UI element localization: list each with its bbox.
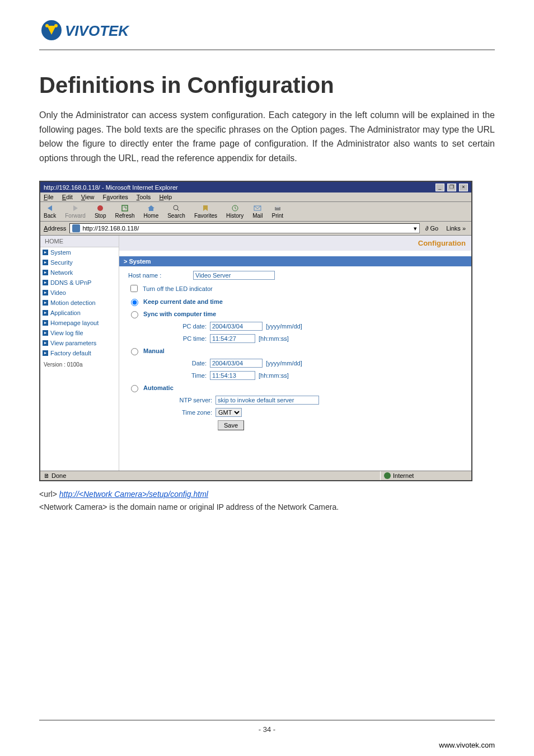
pc-time-hint: [hh:mm:ss] xyxy=(259,335,289,342)
sidebar-item-ddns[interactable]: ▸DDNS & UPnP xyxy=(40,278,119,288)
pc-date-hint: [yyyy/mm/dd] xyxy=(266,323,302,330)
maximize-icon[interactable]: ❐ xyxy=(447,184,456,191)
host-label: Host name : xyxy=(128,272,190,279)
led-checkbox[interactable] xyxy=(130,285,138,292)
arrow-icon: ▸ xyxy=(43,310,48,316)
radio-sync[interactable] xyxy=(131,311,138,318)
radio-manual[interactable] xyxy=(131,348,138,355)
header-divider xyxy=(39,49,495,50)
config-url-link[interactable]: http://<Network Camera>/setup/config.htm… xyxy=(59,490,208,499)
sidebar-item-homepage[interactable]: ▸Homepage layout xyxy=(40,318,119,328)
m-date-hint: [yyyy/mm/dd] xyxy=(266,360,302,367)
sidebar: HOME ▸System ▸Security ▸Network ▸DDNS & … xyxy=(40,236,119,471)
tz-select[interactable]: GMT xyxy=(216,408,242,417)
tb-back[interactable]: Back xyxy=(44,204,56,219)
tb-mail[interactable]: Mail xyxy=(252,204,263,219)
m-time-input[interactable] xyxy=(210,371,255,380)
menu-bar: File Edit View Favorites Tools Help xyxy=(40,192,471,202)
menu-tools[interactable]: Tools xyxy=(137,194,151,200)
m-date-label: Date: xyxy=(173,360,207,367)
ntp-input[interactable] xyxy=(216,396,319,405)
sidebar-item-network[interactable]: ▸Network xyxy=(40,267,119,278)
address-value: http://192.168.0.118/ xyxy=(82,225,139,232)
pc-date-input[interactable] xyxy=(210,322,263,331)
globe-icon xyxy=(384,472,391,479)
tz-label: Time zone: xyxy=(173,409,212,416)
config-banner: Configuration xyxy=(119,236,471,251)
tb-stop[interactable]: Stop xyxy=(95,204,106,219)
radio-auto[interactable] xyxy=(131,385,138,392)
sidebar-version: Version : 0100a xyxy=(40,358,119,371)
page-heading: Definitions in Configuration xyxy=(39,73,495,98)
m-time-label: Time: xyxy=(173,372,207,379)
save-button[interactable]: Save xyxy=(218,420,244,430)
sidebar-item-video[interactable]: ▸Video xyxy=(40,288,119,298)
sidebar-item-motion[interactable]: ▸Motion detection xyxy=(40,298,119,308)
svg-point-2 xyxy=(54,24,58,27)
status-done-icon: 🗎 xyxy=(44,472,50,479)
radio-keep[interactable] xyxy=(131,299,138,306)
toolbar: Back Forward Stop Refresh Home Search Fa… xyxy=(40,202,471,222)
intro-paragraph: Only the Administrator can access system… xyxy=(39,108,495,165)
menu-help[interactable]: Help xyxy=(159,194,172,200)
sidebar-item-security[interactable]: ▸Security xyxy=(40,257,119,267)
address-input[interactable]: http://192.168.0.118/ ▾ xyxy=(69,223,420,233)
page-footer: - 34 - xyxy=(39,720,495,734)
menu-favorites[interactable]: Favorites xyxy=(103,194,128,200)
m-time-hint: [hh:mm:ss] xyxy=(259,372,289,379)
sidebar-item-viewlog[interactable]: ▸View log file xyxy=(40,328,119,338)
svg-point-6 xyxy=(174,205,178,210)
dropdown-icon[interactable]: ▾ xyxy=(414,225,417,232)
tb-favorites[interactable]: Favorites xyxy=(194,204,217,219)
arrow-icon: ▸ xyxy=(43,300,48,306)
arrow-icon: ▸ xyxy=(43,270,48,275)
address-label: Address xyxy=(44,225,66,232)
arrow-icon: ▸ xyxy=(43,250,48,255)
tb-print[interactable]: Print xyxy=(271,204,283,219)
tb-history[interactable]: History xyxy=(226,204,243,219)
pc-time-input[interactable] xyxy=(210,334,255,343)
status-bar: 🗎 Done Internet xyxy=(40,471,471,480)
led-label: Turn off the LED indicator xyxy=(143,285,213,292)
close-icon[interactable]: × xyxy=(459,184,468,191)
go-button[interactable]: ∂ Go xyxy=(423,224,441,232)
tb-search[interactable]: Search xyxy=(167,204,185,219)
sidebar-item-application[interactable]: ▸Application xyxy=(40,308,119,318)
tb-forward: Forward xyxy=(65,204,86,219)
radio-sync-label: Sync with computer time xyxy=(143,311,216,317)
window-title: http://192.168.0.118/ - Microsoft Intern… xyxy=(44,184,178,191)
tb-refresh[interactable]: Refresh xyxy=(115,204,135,219)
links-button[interactable]: Links » xyxy=(444,224,468,232)
window-controls: _ ❐ × xyxy=(434,183,468,191)
ie-page-icon xyxy=(72,224,80,232)
menu-edit[interactable]: Edit xyxy=(62,194,73,200)
address-bar: Address http://192.168.0.118/ ▾ ∂ Go Lin… xyxy=(40,222,471,236)
arrow-icon: ▸ xyxy=(43,280,48,285)
minimize-icon[interactable]: _ xyxy=(435,184,444,191)
vivotek-logo: VIVOTEK xyxy=(39,17,495,46)
sidebar-item-system[interactable]: ▸System xyxy=(40,247,119,257)
m-date-input[interactable] xyxy=(210,359,263,368)
page-number: - 34 - xyxy=(259,725,275,734)
browser-viewport: HOME ▸System ▸Security ▸Network ▸DDNS & … xyxy=(40,236,471,471)
sidebar-home[interactable]: HOME xyxy=(40,236,119,247)
arrow-icon: ▸ xyxy=(43,320,48,326)
status-right: Internet xyxy=(393,472,414,479)
menu-file[interactable]: File xyxy=(44,194,54,200)
url-note: <Network Camera> is the domain name or o… xyxy=(39,503,339,511)
status-left: Done xyxy=(51,472,66,479)
tb-home[interactable]: Home xyxy=(144,204,159,219)
svg-rect-5 xyxy=(122,205,128,211)
radio-keep-label: Keep current date and time xyxy=(143,298,223,305)
sidebar-item-factory[interactable]: ▸Factory default xyxy=(40,348,119,358)
arrow-icon: ▸ xyxy=(43,330,48,336)
arrow-icon: ▸ xyxy=(43,260,48,265)
host-input[interactable] xyxy=(193,271,275,280)
site-link: www.vivotek.com xyxy=(439,741,495,749)
url-prefix: <url> xyxy=(39,490,59,499)
menu-view[interactable]: View xyxy=(81,194,95,200)
svg-text:VIVOTEK: VIVOTEK xyxy=(65,22,130,39)
svg-point-4 xyxy=(97,205,103,211)
arrow-icon: ▸ xyxy=(43,290,48,295)
sidebar-item-viewparams[interactable]: ▸View parameters xyxy=(40,338,119,348)
